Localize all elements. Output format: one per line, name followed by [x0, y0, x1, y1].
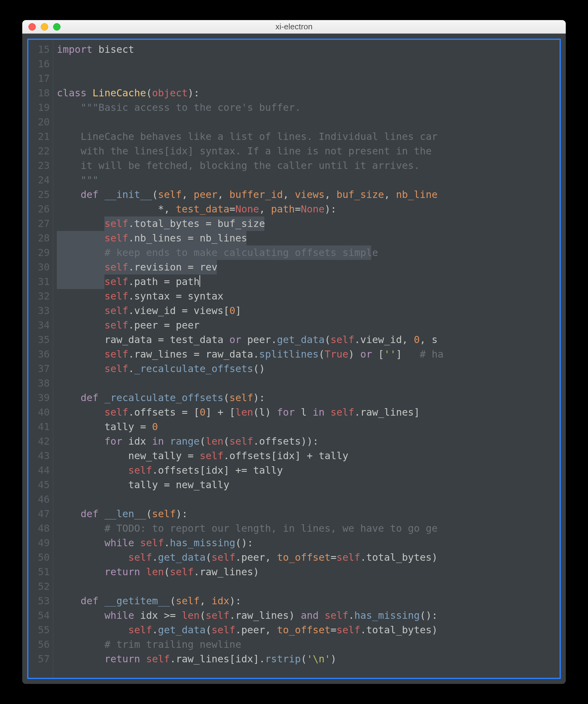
code-line[interactable] [57, 376, 560, 391]
code-line[interactable]: *, test_data=None, path=None): [57, 202, 560, 217]
code-line[interactable]: def __getitem__(self, idx): [57, 594, 560, 608]
code-line[interactable] [57, 57, 560, 71]
code-line[interactable] [57, 71, 560, 86]
code-line[interactable]: def _recalculate_offsets(self): [57, 391, 560, 405]
code-line[interactable]: return len(self.raw_lines) [57, 565, 560, 579]
code-line[interactable]: def __len__(self): [57, 507, 560, 521]
code-line[interactable]: return self.raw_lines[idx].rstrip('\n') [57, 652, 560, 666]
minimize-button[interactable] [41, 23, 48, 31]
code-line[interactable]: tally = new_tally [57, 478, 560, 492]
titlebar[interactable]: xi-electron [22, 20, 566, 34]
code-line[interactable]: self.nb_lines = nb_lines [57, 231, 560, 245]
code-line[interactable]: while idx >= len(self.raw_lines) and sel… [57, 608, 560, 623]
code-line[interactable]: # keep ends to make calculating offsets … [57, 245, 560, 260]
code-line[interactable]: self.offsets = [0] + [len(l) for l in se… [57, 405, 560, 420]
code-area[interactable]: import bisectclass LineCache(object): ""… [53, 40, 560, 678]
editor[interactable]: 15 16 17 18 19 20 21 22 23 24 25 26 27 2… [27, 39, 561, 679]
code-line[interactable]: while self.has_missing(): [57, 536, 560, 550]
code-line[interactable]: import bisect [57, 42, 560, 57]
app-window: xi-electron 15 16 17 18 19 20 21 22 23 2… [22, 20, 566, 684]
code-line[interactable]: self.raw_lines = raw_data.splitlines(Tru… [57, 347, 560, 362]
code-line[interactable]: self.get_data(self.peer, to_offset=self.… [57, 550, 560, 565]
code-line[interactable]: self.total_bytes = buf_size [57, 217, 560, 231]
code-line[interactable]: it will be fetched, blocking the caller … [57, 158, 560, 173]
code-line[interactable]: new_tally = self.offsets[idx] + tally [57, 449, 560, 463]
code-line[interactable]: # TODO: to report our length, in lines, … [57, 521, 560, 536]
code-line[interactable]: self.get_data(self.peer, to_offset=self.… [57, 623, 560, 637]
code-line[interactable]: def __init__(self, peer, buffer_id, view… [57, 187, 560, 202]
code-line[interactable]: for idx in range(len(self.offsets)): [57, 434, 560, 449]
editor-container: 15 16 17 18 19 20 21 22 23 24 25 26 27 2… [22, 34, 566, 684]
code-line[interactable]: raw_data = test_data or peer.get_data(se… [57, 333, 560, 347]
code-line[interactable]: # trim trailing newline [57, 637, 560, 652]
traffic-lights [22, 23, 61, 31]
text-cursor [199, 275, 200, 287]
code-line[interactable]: tally = 0 [57, 420, 560, 434]
line-number-gutter: 15 16 17 18 19 20 21 22 23 24 25 26 27 2… [28, 40, 53, 678]
code-line[interactable]: self.peer = peer [57, 318, 560, 333]
code-line[interactable]: self.offsets[idx] += tally [57, 463, 560, 478]
code-line[interactable]: self.path = path [57, 275, 560, 289]
code-line[interactable]: class LineCache(object): [57, 86, 560, 100]
code-line[interactable] [57, 492, 560, 507]
code-line[interactable]: with the lines[idx] syntax. If a line is… [57, 144, 560, 158]
code-line[interactable] [57, 579, 560, 594]
window-title: xi-electron [22, 22, 566, 32]
code-line[interactable]: """ [57, 173, 560, 187]
maximize-button[interactable] [53, 23, 61, 31]
code-line[interactable]: """Basic access to the core's buffer. [57, 100, 560, 115]
code-line[interactable]: self.revision = rev [57, 260, 560, 275]
code-line[interactable]: self._recalculate_offsets() [57, 362, 560, 376]
code-line[interactable]: self.syntax = syntax [57, 289, 560, 303]
code-line[interactable]: LineCache behaves like a list of lines. … [57, 129, 560, 144]
close-button[interactable] [28, 23, 36, 31]
code-line[interactable]: self.view_id = views[0] [57, 303, 560, 318]
code-line[interactable] [57, 115, 560, 129]
